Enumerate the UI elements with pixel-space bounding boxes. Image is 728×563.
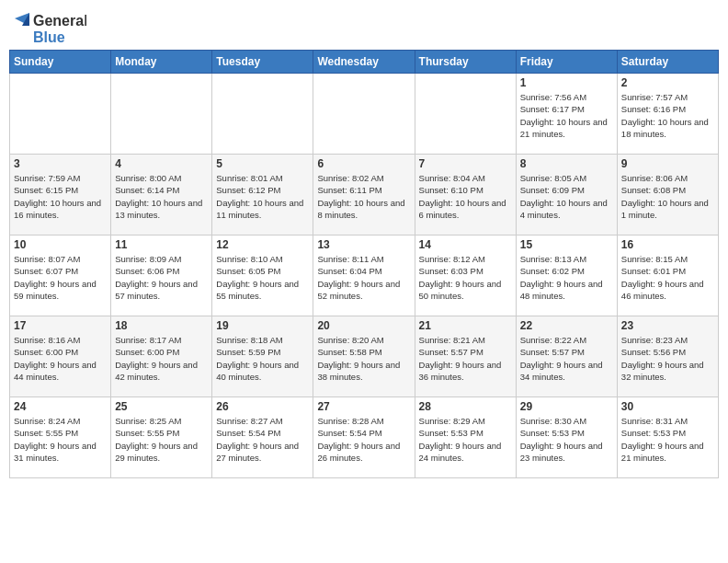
day-header-wednesday: Wednesday (313, 51, 415, 74)
day-number: 17 (14, 319, 107, 332)
day-number: 12 (216, 238, 309, 251)
calendar-cell: 28Sunrise: 8:29 AM Sunset: 5:53 PM Dayli… (415, 397, 516, 478)
day-info: Sunrise: 8:31 AM Sunset: 5:53 PM Dayligh… (621, 415, 714, 464)
day-number: 24 (14, 400, 107, 413)
calendar-cell (415, 74, 516, 155)
day-header-monday: Monday (111, 51, 212, 74)
calendar-week-2: 3Sunrise: 7:59 AM Sunset: 6:15 PM Daylig… (10, 155, 719, 236)
day-number: 16 (621, 238, 714, 251)
day-number: 7 (419, 157, 512, 170)
day-info: Sunrise: 8:12 AM Sunset: 6:03 PM Dayligh… (419, 253, 512, 302)
day-number: 3 (14, 157, 107, 170)
day-number: 1 (520, 76, 613, 89)
logo-svg: GeneralBlue (13, 9, 86, 46)
calendar-week-1: 1Sunrise: 7:56 AM Sunset: 6:17 PM Daylig… (10, 74, 719, 155)
day-info: Sunrise: 7:57 AM Sunset: 6:16 PM Dayligh… (621, 91, 714, 140)
day-info: Sunrise: 8:18 AM Sunset: 5:59 PM Dayligh… (216, 334, 309, 383)
calendar-cell: 8Sunrise: 8:05 AM Sunset: 6:09 PM Daylig… (516, 155, 617, 236)
calendar-cell: 30Sunrise: 8:31 AM Sunset: 5:53 PM Dayli… (617, 397, 718, 478)
day-info: Sunrise: 8:28 AM Sunset: 5:54 PM Dayligh… (317, 415, 410, 464)
day-number: 27 (317, 400, 410, 413)
day-number: 6 (317, 157, 410, 170)
day-info: Sunrise: 8:24 AM Sunset: 5:55 PM Dayligh… (14, 415, 107, 464)
logo: GeneralBlue (13, 9, 86, 46)
calendar-cell: 21Sunrise: 8:21 AM Sunset: 5:57 PM Dayli… (415, 316, 516, 397)
day-info: Sunrise: 8:30 AM Sunset: 5:53 PM Dayligh… (520, 415, 613, 464)
calendar-cell (212, 74, 313, 155)
calendar-cell (313, 74, 415, 155)
day-info: Sunrise: 8:05 AM Sunset: 6:09 PM Dayligh… (520, 172, 613, 221)
day-number: 30 (621, 400, 714, 413)
day-info: Sunrise: 8:29 AM Sunset: 5:53 PM Dayligh… (419, 415, 512, 464)
svg-text:General: General (33, 13, 86, 29)
calendar-cell: 25Sunrise: 8:25 AM Sunset: 5:55 PM Dayli… (111, 397, 212, 478)
day-info: Sunrise: 8:22 AM Sunset: 5:57 PM Dayligh… (520, 334, 613, 383)
day-info: Sunrise: 8:09 AM Sunset: 6:06 PM Dayligh… (115, 253, 208, 302)
day-number: 8 (520, 157, 613, 170)
day-info: Sunrise: 8:17 AM Sunset: 6:00 PM Dayligh… (115, 334, 208, 383)
day-info: Sunrise: 8:16 AM Sunset: 6:00 PM Dayligh… (14, 334, 107, 383)
day-info: Sunrise: 8:21 AM Sunset: 5:57 PM Dayligh… (419, 334, 512, 383)
calendar-cell: 15Sunrise: 8:13 AM Sunset: 6:02 PM Dayli… (516, 236, 617, 316)
day-number: 10 (14, 238, 107, 251)
day-info: Sunrise: 8:20 AM Sunset: 5:58 PM Dayligh… (317, 334, 410, 383)
day-header-friday: Friday (516, 51, 617, 74)
calendar-cell: 1Sunrise: 7:56 AM Sunset: 6:17 PM Daylig… (516, 74, 617, 155)
day-number: 2 (621, 76, 714, 89)
day-number: 20 (317, 319, 410, 332)
calendar-header-row: SundayMondayTuesdayWednesdayThursdayFrid… (10, 51, 719, 74)
day-header-saturday: Saturday (617, 51, 718, 74)
day-info: Sunrise: 8:27 AM Sunset: 5:54 PM Dayligh… (216, 415, 309, 464)
day-number: 25 (115, 400, 208, 413)
day-info: Sunrise: 8:15 AM Sunset: 6:01 PM Dayligh… (621, 253, 714, 302)
calendar-cell: 14Sunrise: 8:12 AM Sunset: 6:03 PM Dayli… (415, 236, 516, 316)
calendar-table: SundayMondayTuesdayWednesdayThursdayFrid… (9, 50, 719, 478)
calendar-cell (10, 74, 111, 155)
day-info: Sunrise: 8:11 AM Sunset: 6:04 PM Dayligh… (317, 253, 410, 302)
day-info: Sunrise: 8:01 AM Sunset: 6:12 PM Dayligh… (216, 172, 309, 221)
calendar-cell: 2Sunrise: 7:57 AM Sunset: 6:16 PM Daylig… (617, 74, 718, 155)
calendar-cell: 9Sunrise: 8:06 AM Sunset: 6:08 PM Daylig… (617, 155, 718, 236)
day-info: Sunrise: 8:23 AM Sunset: 5:56 PM Dayligh… (621, 334, 714, 383)
day-info: Sunrise: 8:10 AM Sunset: 6:05 PM Dayligh… (216, 253, 309, 302)
calendar-cell: 19Sunrise: 8:18 AM Sunset: 5:59 PM Dayli… (212, 316, 313, 397)
calendar-cell: 20Sunrise: 8:20 AM Sunset: 5:58 PM Dayli… (313, 316, 415, 397)
day-info: Sunrise: 8:00 AM Sunset: 6:14 PM Dayligh… (115, 172, 208, 221)
day-number: 11 (115, 238, 208, 251)
day-number: 22 (520, 319, 613, 332)
day-info: Sunrise: 8:13 AM Sunset: 6:02 PM Dayligh… (520, 253, 613, 302)
day-number: 29 (520, 400, 613, 413)
calendar-cell: 24Sunrise: 8:24 AM Sunset: 5:55 PM Dayli… (10, 397, 111, 478)
day-number: 14 (419, 238, 512, 251)
day-header-sunday: Sunday (10, 51, 111, 74)
calendar-cell: 18Sunrise: 8:17 AM Sunset: 6:00 PM Dayli… (111, 316, 212, 397)
day-info: Sunrise: 8:02 AM Sunset: 6:11 PM Dayligh… (317, 172, 410, 221)
day-info: Sunrise: 7:59 AM Sunset: 6:15 PM Dayligh… (14, 172, 107, 221)
calendar-week-3: 10Sunrise: 8:07 AM Sunset: 6:07 PM Dayli… (10, 236, 719, 316)
calendar-cell: 4Sunrise: 8:00 AM Sunset: 6:14 PM Daylig… (111, 155, 212, 236)
day-number: 5 (216, 157, 309, 170)
day-number: 23 (621, 319, 714, 332)
calendar-cell: 16Sunrise: 8:15 AM Sunset: 6:01 PM Dayli… (617, 236, 718, 316)
day-number: 19 (216, 319, 309, 332)
calendar-cell: 22Sunrise: 8:22 AM Sunset: 5:57 PM Dayli… (516, 316, 617, 397)
day-number: 4 (115, 157, 208, 170)
calendar-cell: 10Sunrise: 8:07 AM Sunset: 6:07 PM Dayli… (10, 236, 111, 316)
calendar-cell: 13Sunrise: 8:11 AM Sunset: 6:04 PM Dayli… (313, 236, 415, 316)
day-info: Sunrise: 8:25 AM Sunset: 5:55 PM Dayligh… (115, 415, 208, 464)
calendar-cell: 11Sunrise: 8:09 AM Sunset: 6:06 PM Dayli… (111, 236, 212, 316)
calendar-cell: 29Sunrise: 8:30 AM Sunset: 5:53 PM Dayli… (516, 397, 617, 478)
day-number: 15 (520, 238, 613, 251)
calendar-cell: 12Sunrise: 8:10 AM Sunset: 6:05 PM Dayli… (212, 236, 313, 316)
day-number: 9 (621, 157, 714, 170)
day-number: 26 (216, 400, 309, 413)
calendar-cell: 5Sunrise: 8:01 AM Sunset: 6:12 PM Daylig… (212, 155, 313, 236)
day-number: 13 (317, 238, 410, 251)
calendar-cell: 23Sunrise: 8:23 AM Sunset: 5:56 PM Dayli… (617, 316, 718, 397)
day-info: Sunrise: 8:04 AM Sunset: 6:10 PM Dayligh… (419, 172, 512, 221)
calendar-cell: 27Sunrise: 8:28 AM Sunset: 5:54 PM Dayli… (313, 397, 415, 478)
calendar-week-5: 24Sunrise: 8:24 AM Sunset: 5:55 PM Dayli… (10, 397, 719, 478)
svg-text:Blue: Blue (33, 29, 65, 45)
calendar-cell: 26Sunrise: 8:27 AM Sunset: 5:54 PM Dayli… (212, 397, 313, 478)
calendar-cell: 6Sunrise: 8:02 AM Sunset: 6:11 PM Daylig… (313, 155, 415, 236)
